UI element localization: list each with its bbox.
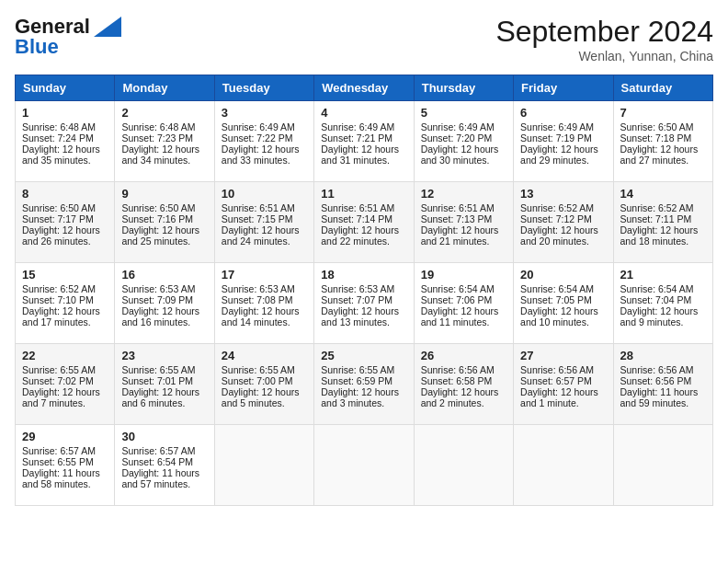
day-info: Daylight: 12 hours and 26 minutes.	[22, 224, 108, 247]
day-info: Sunrise: 6:52 AM	[620, 202, 706, 213]
day-info: Sunrise: 6:53 AM	[121, 283, 207, 294]
day-info: Sunset: 7:17 PM	[22, 213, 108, 224]
day-number: 16	[121, 268, 207, 282]
day-info: Daylight: 11 hours and 57 minutes.	[121, 467, 207, 489]
day-info: Sunset: 7:21 PM	[321, 132, 406, 144]
calendar-cell: 7Sunrise: 6:50 AMSunset: 7:18 PMDaylight…	[613, 101, 712, 182]
day-info: Sunset: 7:16 PM	[121, 213, 207, 224]
day-info: Daylight: 12 hours and 13 minutes.	[321, 305, 406, 327]
calendar-cell: 15Sunrise: 6:52 AMSunset: 7:10 PMDayligh…	[16, 263, 115, 344]
calendar-cell: 17Sunrise: 6:53 AMSunset: 7:08 PMDayligh…	[214, 263, 313, 344]
day-info: Daylight: 12 hours and 2 minutes.	[421, 386, 506, 408]
day-info: Sunrise: 6:54 AM	[520, 283, 606, 294]
day-info: Daylight: 11 hours and 59 minutes.	[620, 386, 706, 408]
calendar-cell: 3Sunrise: 6:49 AMSunset: 7:22 PMDaylight…	[214, 101, 313, 182]
calendar-cell: 28Sunrise: 6:56 AMSunset: 6:56 PMDayligh…	[613, 344, 712, 425]
day-info: Sunrise: 6:49 AM	[222, 121, 307, 132]
month-title: September 2024	[495, 15, 713, 49]
day-info: Daylight: 12 hours and 7 minutes.	[22, 386, 108, 408]
calendar-week-2: 8Sunrise: 6:50 AMSunset: 7:17 PMDaylight…	[16, 182, 713, 263]
day-info: Sunset: 6:56 PM	[620, 375, 706, 386]
calendar-cell: 27Sunrise: 6:56 AMSunset: 6:57 PMDayligh…	[514, 344, 613, 425]
day-number: 13	[520, 187, 606, 201]
day-info: Sunrise: 6:50 AM	[620, 121, 706, 132]
day-info: Sunrise: 6:56 AM	[520, 364, 606, 375]
calendar-cell	[613, 425, 712, 506]
calendar-cell: 16Sunrise: 6:53 AMSunset: 7:09 PMDayligh…	[115, 263, 214, 344]
day-info: Daylight: 12 hours and 35 minutes.	[22, 144, 108, 166]
calendar-cell: 14Sunrise: 6:52 AMSunset: 7:11 PMDayligh…	[613, 182, 712, 263]
calendar-cell: 1Sunrise: 6:48 AMSunset: 7:24 PMDaylight…	[16, 101, 115, 182]
day-info: Sunrise: 6:53 AM	[222, 283, 307, 294]
page-header: General Blue September 2024 Wenlan, Yunn…	[15, 15, 713, 63]
day-number: 30	[121, 430, 207, 443]
day-info: Daylight: 12 hours and 25 minutes.	[121, 224, 207, 247]
day-info: Daylight: 11 hours and 58 minutes.	[22, 467, 108, 489]
day-header-saturday: Saturday	[613, 75, 712, 101]
logo: General Blue	[15, 15, 121, 59]
day-number: 18	[321, 268, 406, 282]
calendar-cell	[214, 425, 313, 506]
location: Wenlan, Yunnan, China	[495, 49, 713, 63]
day-number: 8	[22, 187, 108, 201]
day-info: Daylight: 12 hours and 1 minute.	[520, 386, 606, 408]
day-number: 28	[620, 349, 706, 362]
day-info: Daylight: 12 hours and 9 minutes.	[620, 305, 706, 327]
day-info: Sunset: 7:00 PM	[222, 375, 307, 386]
day-info: Sunset: 7:04 PM	[620, 294, 706, 305]
day-info: Daylight: 12 hours and 5 minutes.	[222, 386, 307, 408]
day-info: Sunrise: 6:50 AM	[121, 202, 207, 213]
calendar-cell: 25Sunrise: 6:55 AMSunset: 6:59 PMDayligh…	[314, 344, 414, 425]
logo-blue: Blue	[15, 35, 59, 59]
day-info: Sunrise: 6:54 AM	[620, 283, 706, 294]
day-info: Sunrise: 6:52 AM	[22, 283, 108, 294]
day-info: Daylight: 12 hours and 34 minutes.	[121, 144, 207, 166]
day-info: Sunset: 6:57 PM	[520, 375, 606, 386]
calendar-cell: 22Sunrise: 6:55 AMSunset: 7:02 PMDayligh…	[16, 344, 115, 425]
calendar-cell: 26Sunrise: 6:56 AMSunset: 6:58 PMDayligh…	[414, 344, 513, 425]
day-info: Sunrise: 6:55 AM	[321, 364, 406, 375]
day-info: Sunrise: 6:53 AM	[321, 283, 406, 294]
calendar-cell: 18Sunrise: 6:53 AMSunset: 7:07 PMDayligh…	[314, 263, 414, 344]
calendar-week-5: 29Sunrise: 6:57 AMSunset: 6:55 PMDayligh…	[16, 425, 713, 506]
day-info: Sunset: 7:12 PM	[520, 213, 606, 224]
day-info: Daylight: 12 hours and 11 minutes.	[421, 305, 506, 327]
calendar-week-4: 22Sunrise: 6:55 AMSunset: 7:02 PMDayligh…	[16, 344, 713, 425]
calendar-cell: 30Sunrise: 6:57 AMSunset: 6:54 PMDayligh…	[115, 425, 214, 506]
day-info: Sunset: 7:22 PM	[222, 132, 307, 144]
calendar-cell: 24Sunrise: 6:55 AMSunset: 7:00 PMDayligh…	[214, 344, 313, 425]
day-number: 17	[222, 268, 307, 282]
day-info: Sunset: 7:19 PM	[520, 132, 606, 144]
calendar-cell: 9Sunrise: 6:50 AMSunset: 7:16 PMDaylight…	[115, 182, 214, 263]
day-info: Sunrise: 6:49 AM	[321, 121, 406, 132]
calendar-cell: 4Sunrise: 6:49 AMSunset: 7:21 PMDaylight…	[314, 101, 414, 182]
day-number: 2	[121, 106, 207, 120]
calendar-cell: 20Sunrise: 6:54 AMSunset: 7:05 PMDayligh…	[514, 263, 613, 344]
day-info: Sunset: 7:11 PM	[620, 213, 706, 224]
day-info: Daylight: 12 hours and 24 minutes.	[222, 224, 307, 247]
calendar-cell	[514, 425, 613, 506]
day-info: Sunset: 7:07 PM	[321, 294, 406, 305]
day-info: Sunrise: 6:57 AM	[121, 445, 207, 456]
day-info: Daylight: 12 hours and 10 minutes.	[520, 305, 606, 327]
logo-icon	[94, 17, 121, 37]
day-info: Sunrise: 6:48 AM	[22, 121, 108, 132]
day-info: Sunset: 7:02 PM	[22, 375, 108, 386]
day-info: Sunrise: 6:55 AM	[222, 364, 307, 375]
day-info: Sunrise: 6:51 AM	[222, 202, 307, 213]
day-info: Daylight: 12 hours and 33 minutes.	[222, 144, 307, 166]
calendar-cell: 13Sunrise: 6:52 AMSunset: 7:12 PMDayligh…	[514, 182, 613, 263]
day-number: 23	[121, 349, 207, 362]
day-info: Sunrise: 6:55 AM	[121, 364, 207, 375]
day-info: Sunset: 7:13 PM	[421, 213, 506, 224]
day-info: Sunrise: 6:57 AM	[22, 445, 108, 456]
calendar-cell: 6Sunrise: 6:49 AMSunset: 7:19 PMDaylight…	[514, 101, 613, 182]
day-info: Sunrise: 6:48 AM	[121, 121, 207, 132]
day-info: Daylight: 12 hours and 21 minutes.	[421, 224, 506, 247]
day-info: Daylight: 12 hours and 31 minutes.	[321, 144, 406, 166]
day-info: Daylight: 12 hours and 22 minutes.	[321, 224, 406, 247]
day-number: 11	[321, 187, 406, 201]
calendar-cell: 19Sunrise: 6:54 AMSunset: 7:06 PMDayligh…	[414, 263, 513, 344]
day-info: Daylight: 12 hours and 3 minutes.	[321, 386, 406, 408]
calendar-cell: 8Sunrise: 6:50 AMSunset: 7:17 PMDaylight…	[16, 182, 115, 263]
